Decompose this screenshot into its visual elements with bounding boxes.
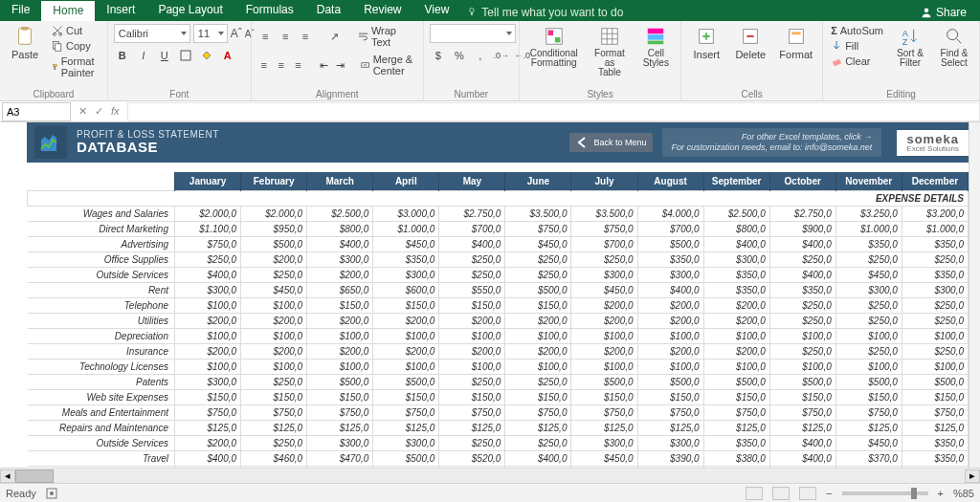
cell[interactable]: $0,0 [637,467,703,469]
cell[interactable]: $3.250,0 [835,207,902,222]
cell[interactable]: $100,0 [835,360,902,375]
cell[interactable]: $250,0 [439,252,505,268]
cell[interactable]: $250,0 [902,298,968,314]
page-break-view-button[interactable] [799,487,816,500]
cell[interactable]: $2.750,0 [439,207,505,222]
cell[interactable]: $250,0 [439,436,505,451]
menu-tab-view[interactable]: View [413,0,461,21]
cell[interactable]: $200,0 [571,344,637,360]
cell[interactable]: $100,0 [439,329,505,344]
row-label[interactable]: Direct Marketing [28,222,175,237]
cell[interactable]: $0,0 [835,467,902,469]
column-header[interactable]: February [241,172,307,191]
menu-tab-insert[interactable]: Insert [95,0,146,21]
row-label[interactable]: Travel [28,451,175,467]
cell[interactable]: $2.750,0 [769,207,835,222]
cell[interactable]: $100,0 [902,360,968,375]
cell[interactable]: $200,0 [175,436,241,451]
cell[interactable]: $250,0 [769,252,835,268]
column-header[interactable]: March [307,172,373,191]
cell[interactable]: $250,0 [902,252,968,268]
row-label[interactable]: Web site Expenses [28,390,175,405]
cell[interactable]: $200,0 [175,344,241,360]
cell[interactable]: $300,0 [571,436,637,451]
cell[interactable]: $200,0 [637,314,703,329]
cut-button[interactable]: Cut [50,24,101,37]
cell[interactable]: $0,0 [902,467,968,469]
cell[interactable]: $125,0 [439,421,505,436]
row-label[interactable]: Outside Services [28,268,175,283]
cell[interactable]: $350,0 [902,436,968,451]
column-header[interactable]: August [637,172,703,191]
cell[interactable]: $500,0 [703,375,769,390]
cell[interactable]: $350,0 [769,283,835,298]
accounting-format-button[interactable]: $ [430,47,447,64]
cell[interactable]: $250,0 [505,375,571,390]
cell[interactable]: $750,0 [835,405,902,421]
cell[interactable]: $300,0 [835,283,902,298]
cell[interactable]: $150,0 [307,298,373,314]
paste-button[interactable]: Paste [6,24,44,62]
cell[interactable]: $250,0 [241,436,307,451]
fx-icon[interactable]: fx [111,105,120,118]
cell[interactable]: $200,0 [307,314,373,329]
align-top-button[interactable]: ≡ [257,28,274,45]
align-right-button[interactable]: ≡ [292,56,305,74]
cell[interactable]: $350,0 [703,436,769,451]
cell[interactable]: $200,0 [241,344,307,360]
cell[interactable]: $300,0 [637,268,703,283]
cell[interactable]: $100,0 [241,298,307,314]
cell[interactable]: $125,0 [835,421,902,436]
cell[interactable]: $750,0 [175,405,241,421]
cell[interactable]: $100,0 [439,360,505,375]
cell[interactable]: $250,0 [175,252,241,268]
cell[interactable]: $250,0 [769,298,835,314]
cell[interactable]: $2.500,0 [703,207,769,222]
orientation-button[interactable]: ↗ [326,28,343,45]
cell[interactable]: $500,0 [769,375,835,390]
sort-filter-button[interactable]: AZSort & Filter [891,24,929,70]
cell[interactable]: $350,0 [637,252,703,268]
cell[interactable]: $200,0 [307,268,373,283]
cell[interactable]: $350,0 [373,252,439,268]
autosum-button[interactable]: ΣAutoSum [829,24,885,37]
cell[interactable]: $200,0 [505,314,571,329]
cell[interactable]: $200,0 [175,314,241,329]
cell[interactable]: $750,0 [703,405,769,421]
menu-tab-page-layout[interactable]: Page Layout [146,0,234,21]
cell[interactable]: $100,0 [769,329,835,344]
cell[interactable]: $150,0 [835,390,902,405]
cell[interactable]: $125,0 [505,421,571,436]
increase-decimal-button[interactable]: .0→ [493,47,510,64]
cell[interactable]: $150,0 [373,390,439,405]
share-button[interactable]: Share [907,0,980,21]
cell[interactable]: $500,0 [637,375,703,390]
cell[interactable]: $500,0 [373,451,439,467]
cell[interactable]: $800,0 [703,222,769,237]
cell[interactable]: $125,0 [175,421,241,436]
cell[interactable]: $470,0 [307,451,373,467]
cell[interactable]: $150,0 [505,390,571,405]
horizontal-scrollbar[interactable]: ◂ ▸ [0,468,980,483]
cell[interactable]: $400,0 [637,283,703,298]
cell[interactable]: $250,0 [241,268,307,283]
cell[interactable]: $750,0 [571,405,637,421]
row-label[interactable]: Depreciation [28,329,175,344]
cell[interactable]: $0,0 [439,467,505,469]
cell[interactable]: $300,0 [373,436,439,451]
cell[interactable]: $0,0 [571,467,637,469]
menu-tab-data[interactable]: Data [305,0,352,21]
cell[interactable]: $600,0 [373,283,439,298]
formula-input[interactable] [127,102,980,121]
cell[interactable]: $100,0 [175,329,241,344]
row-label[interactable]: Advertising [28,237,175,252]
row-label[interactable]: Insurance [28,344,175,360]
cell[interactable]: $200,0 [505,344,571,360]
column-header[interactable]: December [902,172,968,191]
cell[interactable]: $100,0 [835,329,902,344]
cell[interactable]: $3.000,0 [373,207,439,222]
cell[interactable]: $150,0 [769,390,835,405]
underline-button[interactable]: U [156,47,173,64]
align-center-button[interactable]: ≡ [275,56,288,74]
cell[interactable]: $150,0 [439,390,505,405]
